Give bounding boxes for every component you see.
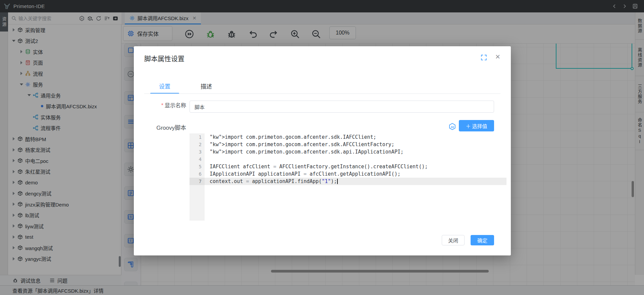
ai-icon[interactable]: AI bbox=[448, 123, 457, 131]
code-line[interactable] bbox=[205, 156, 506, 163]
groovy-code-editor[interactable]: 1234567 "kw">import com.primeton.gocom.a… bbox=[190, 133, 506, 221]
text-cursor bbox=[337, 179, 338, 184]
line-number: 6 bbox=[190, 170, 205, 178]
display-name-input[interactable] bbox=[190, 101, 494, 113]
line-number-gutter: 1234567 bbox=[190, 133, 205, 221]
line-number: 7 bbox=[190, 178, 205, 185]
line-number: 3 bbox=[190, 148, 205, 156]
tabs-divider bbox=[144, 94, 500, 94]
code-lines[interactable]: "kw">import com.primeton.gocom.afcenter.… bbox=[205, 133, 506, 221]
fullscreen-icon[interactable] bbox=[481, 55, 487, 60]
select-value-button[interactable]: ＋ 选择值 bbox=[459, 120, 494, 131]
code-line[interactable]: "kw">import com.primeton.gocom.afcenter.… bbox=[205, 148, 506, 156]
code-line[interactable]: context.out = applicationAPI.findApp("1"… bbox=[205, 178, 506, 185]
svg-text:AI: AI bbox=[451, 125, 454, 129]
close-icon[interactable]: ✕ bbox=[495, 53, 500, 61]
script-properties-dialog: 脚本属性设置 ✕ 设置描述 *显示名称 Groovy脚本 AI ＋ 选择值 12… bbox=[134, 46, 511, 255]
line-number: 2 bbox=[190, 141, 205, 148]
display-name-label: *显示名称 bbox=[134, 101, 186, 109]
line-number: 4 bbox=[190, 156, 205, 163]
line-number: 1 bbox=[190, 133, 205, 141]
line-number: 5 bbox=[190, 163, 205, 170]
code-line[interactable]: "kw">import com.primeton.gocom.afcenter.… bbox=[205, 141, 506, 148]
code-line[interactable]: IApplicationAPI applicationAPI = afcClie… bbox=[205, 170, 506, 178]
dialog-title: 脚本属性设置 bbox=[144, 54, 184, 63]
required-mark: * bbox=[161, 103, 163, 108]
code-line[interactable]: "kw">import com.primeton.gocom.afcenter.… bbox=[205, 133, 506, 141]
close-button[interactable]: 关闭 bbox=[442, 235, 465, 245]
code-line[interactable]: IAFCClient afcClient = AFCClientFactory.… bbox=[205, 163, 506, 170]
confirm-button[interactable]: 确定 bbox=[471, 235, 494, 245]
groovy-script-label: Groovy脚本 bbox=[134, 123, 186, 131]
